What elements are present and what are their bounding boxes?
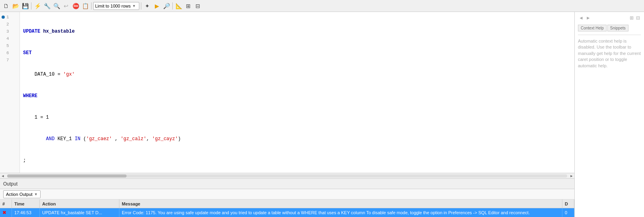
- output-table: # Time Action Message D ✖ 17:46:53 UPDAT…: [0, 199, 574, 217]
- magic-button[interactable]: ✦: [143, 2, 152, 10]
- line-3: 3: [0, 28, 20, 35]
- right-divider: [578, 35, 641, 35]
- nav-arrows: ◄ ►: [578, 15, 591, 21]
- row-d: 0: [562, 208, 574, 217]
- row-message: Error Code: 1175. You are using safe upd…: [119, 208, 562, 217]
- toolbar-divider-1: [31, 2, 31, 10]
- stop-button[interactable]: ⛔: [71, 2, 80, 10]
- right-panel: ◄ ► ⊞ ⊟ Context Help Snippets Automatic …: [574, 12, 644, 217]
- action-output-label: Action Output: [6, 192, 33, 197]
- code-line-1: UPDATE hx_bastable: [23, 28, 571, 35]
- limit-label: Limit to 1000 rows: [95, 4, 131, 8]
- no-dot: [2, 23, 5, 26]
- nav-right-arrow[interactable]: ►: [585, 15, 591, 21]
- new-file-button[interactable]: 🗋: [2, 2, 10, 10]
- action-select-arrow-icon: ▼: [34, 192, 38, 196]
- output-table-header: # Time Action Message D: [0, 199, 574, 208]
- open-file-button[interactable]: 📂: [11, 2, 20, 10]
- col-header-hash: #: [0, 199, 12, 208]
- right-panel-nav: ◄ ► ⊞ ⊟: [578, 15, 641, 21]
- sql-editor[interactable]: 1 2 3 4 5: [0, 12, 574, 173]
- line-2: 2: [0, 21, 20, 28]
- row-action: UPDATE hx_bastable SET D...: [40, 208, 119, 217]
- no-dot: [2, 59, 5, 62]
- line-5: 5: [0, 42, 20, 49]
- code-line-2: SET: [23, 49, 571, 57]
- tab-snippets[interactable]: Snippets: [607, 25, 628, 31]
- row-time: 17:46:53: [12, 208, 40, 217]
- code-area[interactable]: UPDATE hx_bastable SET DATA_10 = 'gx' WH…: [20, 12, 574, 173]
- tab-context-help[interactable]: Context Help: [578, 25, 607, 31]
- breakpoint-dot: [2, 16, 5, 19]
- output-header: Output: [0, 179, 574, 189]
- search-db-button[interactable]: 🔎: [162, 2, 171, 10]
- table-row[interactable]: ✖ 17:46:53 UPDATE hx_bastable SET D... E…: [0, 208, 574, 217]
- editor-container: 1 2 3 4 5: [0, 12, 574, 217]
- line-numbers: 1 2 3 4 5: [0, 12, 20, 173]
- toolbar: 🗋 📂 💾 ⚡ 🔧 🔍 ↩ ⛔ 📋 Limit to 1000 rows ▼ ✦…: [0, 0, 644, 12]
- line-6: 6: [0, 49, 20, 57]
- row-error-icon: ✖: [0, 208, 12, 217]
- col-toggle-button[interactable]: ⊞: [184, 2, 193, 10]
- code-line-4: WHERE: [23, 92, 571, 100]
- nav-left-arrow[interactable]: ◄: [578, 15, 584, 21]
- panel-icon-1[interactable]: ⊞: [629, 15, 634, 21]
- no-dot: [2, 51, 5, 55]
- code-line-6: AND KEY_1 IN ('gz_caez' , 'gz_calz', 'gz…: [23, 135, 571, 143]
- no-dot: [2, 44, 5, 47]
- toolbar-divider-4: [172, 2, 173, 10]
- output-title: Output: [3, 181, 18, 187]
- action-output-select[interactable]: Action Output ▼: [3, 190, 41, 198]
- right-panel-help-text: Automatic context help is disabled. Use …: [578, 38, 641, 69]
- extra-button[interactable]: ⊟: [193, 2, 202, 10]
- h-scrollbar-track[interactable]: [7, 174, 567, 178]
- limit-select[interactable]: Limit to 1000 rows ▼: [93, 2, 139, 10]
- main-area: 1 2 3 4 5: [0, 12, 644, 217]
- code-line-3: DATA_10 = 'gx': [23, 71, 571, 78]
- back-button[interactable]: ↩: [62, 2, 70, 10]
- toolbar-divider-3: [141, 2, 141, 10]
- code-line-5: 1 = 1: [23, 114, 571, 121]
- line-4: 4: [0, 35, 20, 42]
- right-panel-tabs: Context Help Snippets: [578, 25, 641, 31]
- panel-icon-2[interactable]: ⊟: [635, 15, 641, 21]
- h-scrollbar-container: ◄ ►: [0, 173, 574, 178]
- col-header-action: Action: [40, 199, 119, 208]
- no-dot: [2, 30, 5, 33]
- h-scrollbar-thumb[interactable]: [7, 174, 127, 178]
- save-file-button[interactable]: 💾: [21, 2, 29, 10]
- explain-button[interactable]: 📋: [81, 2, 90, 10]
- line-1: 1: [0, 14, 20, 21]
- tools-button[interactable]: 🔧: [43, 2, 51, 10]
- no-dot: [2, 37, 5, 40]
- output-toolbar: Action Output ▼: [0, 189, 574, 199]
- line-7: 7: [0, 57, 20, 64]
- col-header-message: Message: [119, 199, 562, 208]
- code-line-7: ;: [23, 157, 571, 164]
- error-x-icon: ✖: [2, 210, 6, 215]
- col-header-time: Time: [12, 199, 40, 208]
- format-button[interactable]: 📐: [174, 2, 183, 10]
- output-section: Output Action Output ▼ # Time Action Mes…: [0, 178, 574, 217]
- col-header-d: D: [562, 199, 574, 208]
- run-all-button[interactable]: ▶: [152, 2, 161, 10]
- limit-arrow-icon: ▼: [132, 4, 136, 8]
- execute-button[interactable]: ⚡: [33, 2, 42, 10]
- toolbar-divider-2: [91, 2, 92, 10]
- find-button[interactable]: 🔍: [52, 2, 61, 10]
- scroll-left-arrow[interactable]: ◄: [0, 173, 6, 179]
- scroll-right-arrow[interactable]: ►: [569, 173, 574, 179]
